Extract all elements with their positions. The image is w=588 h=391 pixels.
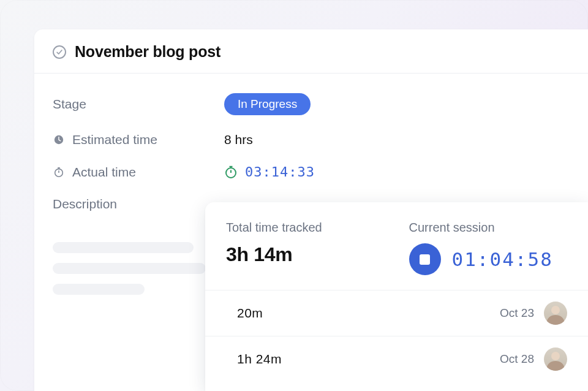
clock-icon xyxy=(53,134,65,146)
estimated-row: Estimated time 8 hrs xyxy=(53,132,570,147)
actual-row: Actual time 03:14:33 xyxy=(53,164,570,180)
entry-duration: 1h 24m xyxy=(226,352,282,366)
entry-date: Oct 28 xyxy=(500,352,534,366)
stage-label: Stage xyxy=(53,97,224,112)
current-session-label: Current session xyxy=(409,221,568,235)
total-tracked-label: Total time tracked xyxy=(226,221,385,235)
svg-point-1 xyxy=(55,169,63,177)
actual-label: Actual time xyxy=(72,165,136,180)
actual-value[interactable]: 03:14:33 xyxy=(224,164,315,180)
estimated-label: Estimated time xyxy=(72,132,157,147)
current-session-value: 01:04:58 xyxy=(452,248,553,270)
stopwatch-running-icon xyxy=(224,165,238,179)
current-session-section: Current session 01:04:58 xyxy=(409,221,568,275)
actual-time-text: 03:14:33 xyxy=(245,164,315,180)
time-entry[interactable]: 20m Oct 23 xyxy=(205,290,588,336)
entry-date: Oct 23 xyxy=(500,306,534,320)
task-header: November blog post xyxy=(34,29,588,74)
description-label: Description xyxy=(53,197,117,211)
total-tracked-value: 3h 14m xyxy=(226,243,385,266)
task-fields: Stage In Progress Estimated time 8 hrs A… xyxy=(34,74,588,211)
stage-row: Stage In Progress xyxy=(53,93,570,115)
skeleton-line xyxy=(53,242,194,253)
avatar[interactable] xyxy=(544,347,567,371)
avatar[interactable] xyxy=(544,302,567,325)
total-tracked-section: Total time tracked 3h 14m xyxy=(226,221,385,275)
task-title: November blog post xyxy=(75,43,221,61)
time-entries-list: 20m Oct 23 1h 24m Oct 28 xyxy=(205,290,588,382)
stopwatch-icon xyxy=(53,166,65,178)
stop-timer-button[interactable] xyxy=(409,243,441,275)
complete-toggle-icon[interactable] xyxy=(53,45,66,59)
skeleton-line xyxy=(53,284,145,295)
stop-icon xyxy=(420,254,430,265)
estimated-value[interactable]: 8 hrs xyxy=(224,132,253,147)
stage-value[interactable]: In Progress xyxy=(224,93,311,115)
skeleton-line xyxy=(53,263,206,274)
time-entry[interactable]: 1h 24m Oct 28 xyxy=(205,336,588,382)
entry-duration: 20m xyxy=(226,306,263,321)
stage-badge[interactable]: In Progress xyxy=(224,93,311,115)
time-tracker-popover: Total time tracked 3h 14m Current sessio… xyxy=(205,202,588,391)
